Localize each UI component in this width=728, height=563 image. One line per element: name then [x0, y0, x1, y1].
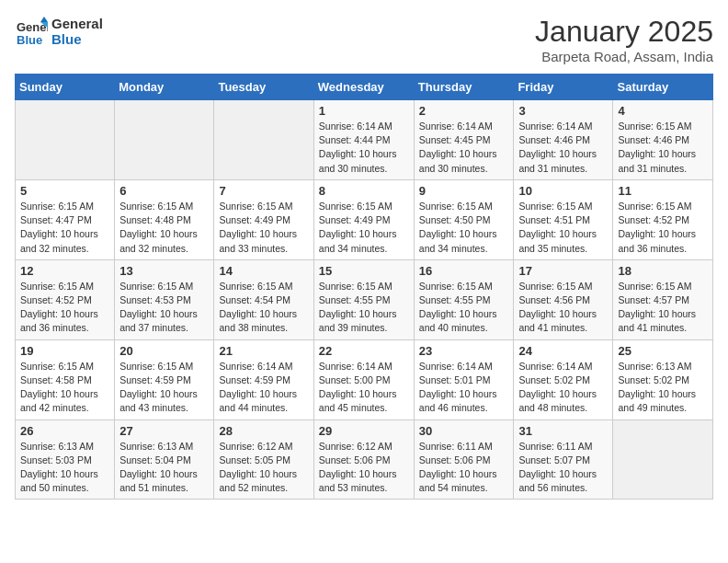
calendar-cell: 7Sunrise: 6:15 AM Sunset: 4:49 PM Daylig…: [214, 179, 313, 259]
calendar-cell: 11Sunrise: 6:15 AM Sunset: 4:52 PM Dayli…: [613, 179, 713, 259]
cell-content: Sunrise: 6:15 AM Sunset: 4:54 PM Dayligh…: [219, 280, 308, 336]
logo-line2: Blue: [51, 31, 103, 47]
day-number: 29: [319, 424, 409, 438]
weekday-header: Friday: [514, 75, 613, 100]
day-number: 6: [119, 184, 209, 198]
cell-content: Sunrise: 6:13 AM Sunset: 5:04 PM Dayligh…: [119, 440, 209, 496]
day-number: 3: [518, 104, 608, 118]
day-number: 25: [618, 344, 708, 358]
cell-content: Sunrise: 6:15 AM Sunset: 4:49 PM Dayligh…: [319, 200, 409, 256]
weekday-header: Saturday: [613, 75, 713, 100]
calendar-cell: 5Sunrise: 6:15 AM Sunset: 4:47 PM Daylig…: [16, 179, 115, 259]
calendar-cell: [613, 419, 713, 500]
cell-content: Sunrise: 6:15 AM Sunset: 4:56 PM Dayligh…: [518, 280, 608, 336]
calendar-week-row: 1Sunrise: 6:14 AM Sunset: 4:44 PM Daylig…: [16, 100, 713, 180]
calendar-cell: 29Sunrise: 6:12 AM Sunset: 5:06 PM Dayli…: [313, 419, 414, 500]
calendar-cell: 25Sunrise: 6:13 AM Sunset: 5:02 PM Dayli…: [613, 339, 713, 419]
calendar-cell: 24Sunrise: 6:14 AM Sunset: 5:02 PM Dayli…: [514, 339, 613, 419]
calendar-cell: 17Sunrise: 6:15 AM Sunset: 4:56 PM Dayli…: [514, 259, 613, 339]
day-number: 9: [419, 184, 509, 198]
day-number: 19: [20, 344, 109, 358]
calendar-cell: 6Sunrise: 6:15 AM Sunset: 4:48 PM Daylig…: [115, 179, 214, 259]
cell-content: Sunrise: 6:15 AM Sunset: 4:53 PM Dayligh…: [119, 280, 209, 336]
calendar-cell: 31Sunrise: 6:11 AM Sunset: 5:07 PM Dayli…: [514, 419, 613, 500]
day-number: 7: [219, 184, 308, 198]
calendar-cell: [115, 100, 214, 180]
day-number: 18: [618, 264, 708, 278]
calendar-cell: 27Sunrise: 6:13 AM Sunset: 5:04 PM Dayli…: [115, 419, 214, 500]
day-number: 26: [20, 424, 109, 438]
cell-content: Sunrise: 6:15 AM Sunset: 4:52 PM Dayligh…: [618, 200, 708, 256]
cell-content: Sunrise: 6:14 AM Sunset: 5:02 PM Dayligh…: [518, 360, 608, 416]
logo-icon: General Blue: [15, 15, 48, 48]
calendar-cell: 16Sunrise: 6:15 AM Sunset: 4:55 PM Dayli…: [414, 259, 514, 339]
calendar-cell: 4Sunrise: 6:15 AM Sunset: 4:46 PM Daylig…: [613, 100, 713, 180]
cell-content: Sunrise: 6:11 AM Sunset: 5:06 PM Dayligh…: [419, 440, 509, 496]
calendar-cell: 13Sunrise: 6:15 AM Sunset: 4:53 PM Dayli…: [115, 259, 214, 339]
cell-content: Sunrise: 6:15 AM Sunset: 4:58 PM Dayligh…: [20, 360, 109, 416]
cell-content: Sunrise: 6:15 AM Sunset: 4:47 PM Dayligh…: [20, 200, 109, 256]
day-number: 2: [419, 104, 509, 118]
calendar-header-row: SundayMondayTuesdayWednesdayThursdayFrid…: [16, 75, 713, 100]
day-number: 31: [518, 424, 608, 438]
calendar-cell: 14Sunrise: 6:15 AM Sunset: 4:54 PM Dayli…: [214, 259, 313, 339]
day-number: 28: [219, 424, 308, 438]
cell-content: Sunrise: 6:15 AM Sunset: 4:52 PM Dayligh…: [20, 280, 109, 336]
weekday-header: Monday: [115, 75, 214, 100]
day-number: 17: [518, 264, 608, 278]
day-number: 13: [119, 264, 209, 278]
cell-content: Sunrise: 6:15 AM Sunset: 4:48 PM Dayligh…: [119, 200, 209, 256]
calendar-cell: 10Sunrise: 6:15 AM Sunset: 4:51 PM Dayli…: [514, 179, 613, 259]
day-number: 23: [419, 344, 509, 358]
calendar-cell: 20Sunrise: 6:15 AM Sunset: 4:59 PM Dayli…: [115, 339, 214, 419]
calendar-cell: 8Sunrise: 6:15 AM Sunset: 4:49 PM Daylig…: [313, 179, 414, 259]
day-number: 12: [20, 264, 109, 278]
weekday-header: Tuesday: [214, 75, 313, 100]
calendar-cell: 3Sunrise: 6:14 AM Sunset: 4:46 PM Daylig…: [514, 100, 613, 180]
day-number: 5: [20, 184, 109, 198]
calendar-cell: [16, 100, 115, 180]
cell-content: Sunrise: 6:14 AM Sunset: 4:46 PM Dayligh…: [518, 120, 608, 176]
calendar-cell: 1Sunrise: 6:14 AM Sunset: 4:44 PM Daylig…: [313, 100, 414, 180]
calendar-cell: 26Sunrise: 6:13 AM Sunset: 5:03 PM Dayli…: [16, 419, 115, 500]
day-number: 30: [419, 424, 509, 438]
day-number: 21: [219, 344, 308, 358]
weekday-header: Wednesday: [313, 75, 414, 100]
calendar-cell: 9Sunrise: 6:15 AM Sunset: 4:50 PM Daylig…: [414, 179, 514, 259]
calendar-cell: 12Sunrise: 6:15 AM Sunset: 4:52 PM Dayli…: [16, 259, 115, 339]
svg-text:Blue: Blue: [17, 33, 42, 47]
day-number: 27: [119, 424, 209, 438]
day-number: 1: [319, 104, 409, 118]
weekday-header: Thursday: [414, 75, 514, 100]
cell-content: Sunrise: 6:15 AM Sunset: 4:51 PM Dayligh…: [518, 200, 608, 256]
calendar-week-row: 26Sunrise: 6:13 AM Sunset: 5:03 PM Dayli…: [16, 419, 713, 500]
calendar-week-row: 5Sunrise: 6:15 AM Sunset: 4:47 PM Daylig…: [16, 179, 713, 259]
day-number: 22: [319, 344, 409, 358]
cell-content: Sunrise: 6:14 AM Sunset: 5:01 PM Dayligh…: [419, 360, 509, 416]
cell-content: Sunrise: 6:13 AM Sunset: 5:02 PM Dayligh…: [618, 360, 708, 416]
day-number: 15: [319, 264, 409, 278]
cell-content: Sunrise: 6:15 AM Sunset: 4:46 PM Dayligh…: [618, 120, 708, 176]
month-title: January 2025: [535, 15, 713, 49]
day-number: 11: [618, 184, 708, 198]
page-header: General Blue General Blue January 2025 B…: [15, 15, 713, 64]
cell-content: Sunrise: 6:12 AM Sunset: 5:06 PM Dayligh…: [319, 440, 409, 496]
cell-content: Sunrise: 6:11 AM Sunset: 5:07 PM Dayligh…: [518, 440, 608, 496]
calendar-week-row: 12Sunrise: 6:15 AM Sunset: 4:52 PM Dayli…: [16, 259, 713, 339]
cell-content: Sunrise: 6:15 AM Sunset: 4:57 PM Dayligh…: [618, 280, 708, 336]
calendar-cell: 19Sunrise: 6:15 AM Sunset: 4:58 PM Dayli…: [16, 339, 115, 419]
calendar-table: SundayMondayTuesdayWednesdayThursdayFrid…: [15, 74, 713, 500]
day-number: 10: [518, 184, 608, 198]
day-number: 20: [119, 344, 209, 358]
cell-content: Sunrise: 6:15 AM Sunset: 4:49 PM Dayligh…: [219, 200, 308, 256]
cell-content: Sunrise: 6:14 AM Sunset: 4:45 PM Dayligh…: [419, 120, 509, 176]
calendar-cell: 22Sunrise: 6:14 AM Sunset: 5:00 PM Dayli…: [313, 339, 414, 419]
cell-content: Sunrise: 6:15 AM Sunset: 4:55 PM Dayligh…: [319, 280, 409, 336]
day-number: 14: [219, 264, 308, 278]
day-number: 4: [618, 104, 708, 118]
cell-content: Sunrise: 6:14 AM Sunset: 4:59 PM Dayligh…: [219, 360, 308, 416]
logo-line1: General: [51, 16, 103, 31]
calendar-week-row: 19Sunrise: 6:15 AM Sunset: 4:58 PM Dayli…: [16, 339, 713, 419]
weekday-header: Sunday: [16, 75, 115, 100]
cell-content: Sunrise: 6:15 AM Sunset: 4:59 PM Dayligh…: [119, 360, 209, 416]
